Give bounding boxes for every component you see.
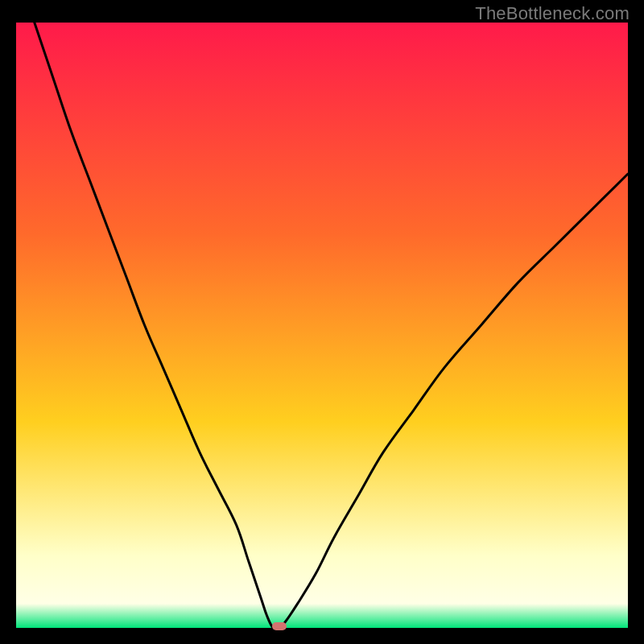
gradient-background xyxy=(16,23,628,628)
bottleneck-chart-svg xyxy=(16,23,628,628)
chart-container: TheBottleneck.com xyxy=(0,0,644,644)
plot-area xyxy=(16,23,628,628)
watermark-text: TheBottleneck.com xyxy=(475,3,630,24)
optimal-marker xyxy=(272,622,287,630)
